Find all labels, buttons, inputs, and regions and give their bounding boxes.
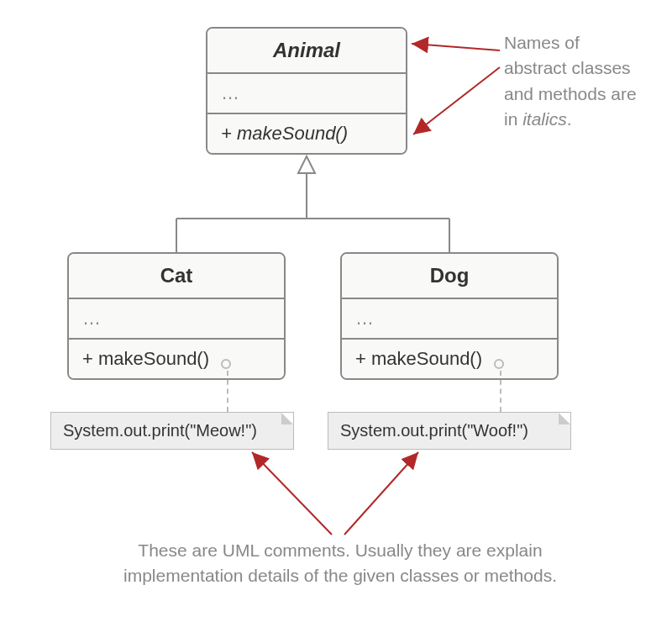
class-cat-method: + makeSound() [69,340,284,378]
anchor-icon [494,359,504,369]
note-fold-icon [281,413,293,424]
class-dog-attrs: … [342,299,557,340]
note-fold-icon [559,413,570,424]
note-cat-text: System.out.print("Meow!") [63,421,257,440]
class-cat-title: Cat [69,254,284,299]
class-dog: Dog … + makeSound() [340,252,559,380]
class-dog-method: + makeSound() [342,340,557,378]
annotation-arrow [412,44,500,50]
diagram-stage: Animal … + makeSound() Cat … + makeSound… [0,0,672,622]
dotted-connector [500,371,501,412]
caption-italics-em: italics [522,109,567,129]
annotation-arrow [413,67,500,134]
class-animal-method: + makeSound() [207,114,406,153]
caption-comments: These are UML comments. Usually they are… [113,538,567,589]
note-dog-impl: System.out.print("Woof!") [328,412,571,450]
class-animal: Animal … + makeSound() [206,27,407,155]
class-cat-attrs: … [69,299,284,340]
class-animal-attrs: … [207,74,406,114]
note-cat-impl: System.out.print("Meow!") [50,412,294,450]
class-cat: Cat … + makeSound() [67,252,286,380]
dotted-connector [227,371,228,412]
inheritance-triangle-icon [298,156,315,173]
annotation-arrow [344,452,418,535]
caption-italics: Names of abstract classes and methods ar… [504,30,647,133]
class-dog-title: Dog [342,254,557,299]
note-dog-text: System.out.print("Woof!") [340,421,528,440]
caption-italics-post: . [567,109,572,129]
annotation-arrow [252,452,332,535]
class-animal-title: Animal [207,29,406,74]
anchor-icon [221,359,231,369]
